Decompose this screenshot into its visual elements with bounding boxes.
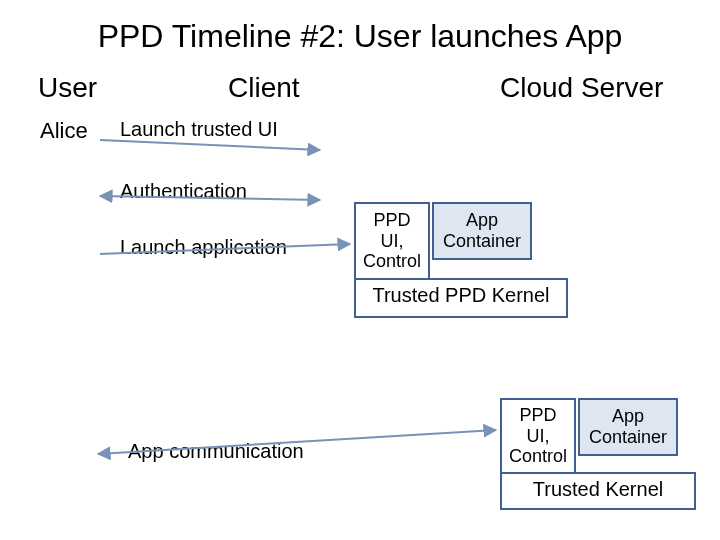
actor-alice: Alice (40, 118, 88, 144)
step-launch-trusted-ui: Launch trusted UI (120, 118, 278, 141)
step-launch-application: Launch application (120, 236, 287, 259)
ppd-ui-control-box-client: PPD UI, Control (354, 202, 430, 280)
slide-title: PPD Timeline #2: User launches App (0, 18, 720, 55)
svg-line-0 (100, 140, 320, 150)
app-container-box-client: App Container (432, 202, 532, 260)
app-container-box-cloud: App Container (578, 398, 678, 456)
column-user: User (38, 72, 97, 104)
ppd-ui-control-box-cloud: PPD UI, Control (500, 398, 576, 474)
trusted-kernel-box: Trusted Kernel (500, 472, 696, 510)
trusted-ppd-kernel-box: Trusted PPD Kernel (354, 278, 568, 318)
column-cloud: Cloud Server (500, 72, 663, 104)
step-app-communication: App communication (128, 440, 304, 463)
column-client: Client (228, 72, 300, 104)
step-authentication: Authentication (120, 180, 247, 203)
